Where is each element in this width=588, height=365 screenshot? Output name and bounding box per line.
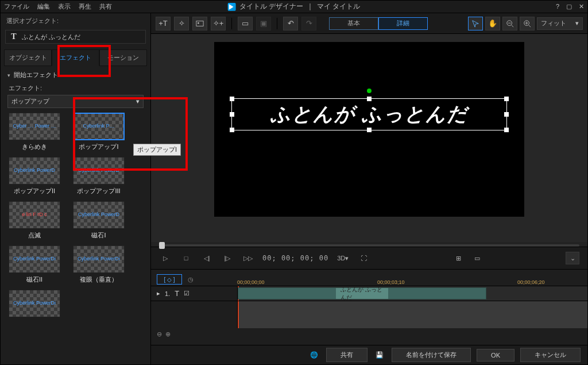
ruler-tick: 00;00;00;00 <box>237 279 265 285</box>
ok-button[interactable]: OK <box>477 349 514 362</box>
mode-advanced[interactable]: 詳細 <box>378 17 428 30</box>
save-icon[interactable]: 💾 <box>373 349 386 362</box>
zoom-out-icon[interactable]: ⊖ <box>157 331 162 338</box>
tab-object[interactable]: オブジェクト <box>4 49 52 66</box>
window-title: タイトル デザイナー ｜ マイ タイトル <box>228 2 361 11</box>
track-lane[interactable]: ふとんが ふっとんだ <box>237 286 587 301</box>
track-visible-checkbox[interactable]: ☑ <box>184 290 189 297</box>
effect-thumb-label: ポップアップI <box>73 143 125 151</box>
timeline-clip[interactable]: ふとんが ふっとんだ <box>238 287 486 299</box>
help-icon[interactable]: ? <box>556 3 559 10</box>
maximize-icon[interactable]: ▢ <box>566 3 572 10</box>
section-start-effect[interactable]: 開始エフェクト <box>1 66 150 82</box>
preview-canvas[interactable]: ふとんが ふっとんだ <box>214 42 524 217</box>
effect-thumb[interactable]: Cyberlink PowerDポップアップIII <box>73 157 125 195</box>
effect-dropdown-value: ポップアップ <box>11 97 49 106</box>
effect-thumb[interactable]: Cyber … Power …きらめき <box>9 113 60 151</box>
resize-handle[interactable] <box>504 97 509 101</box>
resize-handle[interactable] <box>504 128 509 132</box>
effect-thumbnails: Cyber … Power …きらめきCyberlink P…ポップアップICy… <box>1 113 150 364</box>
zoom-fit-dropdown[interactable]: フィット▾ <box>537 17 583 30</box>
redo-button[interactable]: ↷ <box>301 17 316 30</box>
clip-label: ふとんが ふっとんだ <box>336 286 388 302</box>
title-sep: ｜ <box>307 2 314 11</box>
menu-share[interactable]: 共有 <box>99 2 112 11</box>
zoom-in-icon[interactable]: ⊕ <box>165 331 171 338</box>
scrub-knob[interactable] <box>159 242 165 249</box>
add-text-button[interactable]: +T <box>156 17 171 30</box>
move-tool[interactable] <box>468 17 483 30</box>
menu-view[interactable]: 表示 <box>58 2 71 11</box>
resize-handle[interactable] <box>230 128 234 132</box>
effect-thumb[interactable]: Cyberlink P…ポップアップI <box>73 113 125 151</box>
clip-fade-out[interactable] <box>388 288 486 299</box>
resize-handle[interactable] <box>367 128 372 132</box>
title-sub: マイ タイトル <box>317 2 360 11</box>
resize-handle[interactable] <box>367 97 372 101</box>
undo-button[interactable]: ↶ <box>283 17 298 30</box>
menu-edit[interactable]: 編集 <box>37 2 50 11</box>
play-button[interactable]: ▷ <box>159 252 172 264</box>
playhead[interactable] <box>238 301 239 328</box>
keyframe-view-toggle[interactable]: [ ◇ ] <box>157 274 182 285</box>
menu-file[interactable]: ファイル <box>4 2 29 11</box>
3d-toggle[interactable]: 3D ▾ <box>336 252 349 264</box>
globe-icon[interactable]: 🌐 <box>308 349 320 362</box>
safe-zone-icon[interactable]: ▭ <box>471 252 483 264</box>
add-shape-button[interactable]: ✧+ <box>211 17 226 30</box>
stop-button[interactable]: □ <box>180 252 192 264</box>
next-frame-button[interactable]: |▷ <box>221 252 234 264</box>
text-icon: T <box>175 289 179 298</box>
resize-handle[interactable] <box>230 97 234 101</box>
resize-handle[interactable] <box>504 112 509 117</box>
tab-motion[interactable]: モーション <box>99 49 147 66</box>
effect-thumb-label: ポップアップII <box>9 187 60 195</box>
canvas-toolbar: +T ✧ ✧+ ▭ ▣ ↶ ↷ 基本 詳細 ✋ フ <box>151 13 587 34</box>
clip-fade-in[interactable] <box>238 288 336 299</box>
ruler-tick: 00;00;03;10 <box>377 279 405 285</box>
selected-object-field[interactable]: T ふとんが ふっとんだ <box>5 30 146 44</box>
effect-label: エフェクト: <box>1 82 150 94</box>
track-lane-empty[interactable] <box>237 301 587 328</box>
effect-thumb-label: ポップアップIII <box>73 187 125 195</box>
effect-thumb[interactable]: Cyberlink PowerDi <box>9 290 60 320</box>
title-text: ふとんが ふっとんだ <box>270 101 468 128</box>
zoom-out-button[interactable] <box>502 17 517 30</box>
scrub-slider[interactable] <box>159 244 579 247</box>
add-image-button[interactable] <box>192 17 207 30</box>
rotate-handle[interactable] <box>367 89 372 93</box>
zoom-in-button[interactable] <box>520 17 535 30</box>
mode-basic[interactable]: 基本 <box>329 17 378 30</box>
prev-frame-button[interactable]: ◁| <box>200 252 213 264</box>
menu-play[interactable]: 再生 <box>79 2 91 11</box>
collapse-player-button[interactable]: ⌄ <box>566 252 579 264</box>
cancel-button[interactable]: キャンセル <box>520 348 581 362</box>
close-icon[interactable]: ✕ <box>579 3 584 10</box>
hand-tool[interactable]: ✋ <box>485 17 500 30</box>
svg-point-1 <box>198 22 199 24</box>
effect-dropdown[interactable]: ポップアップ ▾ <box>7 95 144 108</box>
share-button[interactable]: 共有 <box>326 348 368 362</box>
effect-thumb[interactable]: Cyberlink PowerDポップアップII <box>9 157 60 195</box>
rect-tool-button[interactable]: ▭ <box>238 17 253 30</box>
tab-effect[interactable]: エフェクト <box>52 49 99 66</box>
effect-thumb[interactable]: Cyberlink PowerDi磁石II <box>9 245 60 284</box>
effect-thumb[interactable]: Cyberlink PowerDi複眼（垂直） <box>73 245 125 284</box>
resize-handle[interactable] <box>230 112 234 117</box>
add-particle-button[interactable]: ✧ <box>174 17 189 30</box>
fullscreen-button[interactable]: ⛶ <box>357 252 370 264</box>
grid-icon[interactable]: ⊞ <box>452 252 465 264</box>
time-mode-icon[interactable]: ◷ <box>185 274 196 285</box>
menubar: ファイル 編集 表示 再生 共有 タイトル デザイナー ｜ マイ タイトル ? … <box>1 1 587 13</box>
group-button[interactable]: ▣ <box>256 17 271 30</box>
chevron-down-icon: ▾ <box>136 98 140 105</box>
effect-thumb[interactable]: e lin F rD c点滅 <box>9 201 60 240</box>
track-header[interactable]: ▸ 1. T ☑ <box>151 286 237 301</box>
expand-track-icon[interactable]: ▸ <box>157 290 160 297</box>
effect-thumb-label: きらめき <box>9 143 60 151</box>
save-as-button[interactable]: 名前を付けて保存 <box>392 348 471 362</box>
ruler-tick: 00;00;06;20 <box>517 279 545 285</box>
fast-forward-button[interactable]: ▷▷ <box>242 252 254 264</box>
title-text-object[interactable]: ふとんが ふっとんだ <box>231 98 507 130</box>
effect-thumb[interactable]: Cyberlink PowerD磁石I <box>73 201 125 240</box>
